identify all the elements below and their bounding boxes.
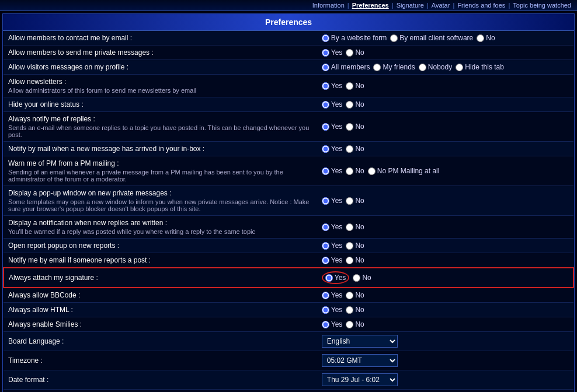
nav-avatar[interactable]: Avatar [432,2,450,9]
timezone-select[interactable]: 05:02 GMT 00:00 GMT 01:00 GMT 02:00 GMT [322,354,398,367]
radio-input[interactable] [322,306,329,314]
radio-input[interactable] [346,167,353,175]
radio-option[interactable]: Yes [322,82,343,90]
radio-option[interactable]: Yes [322,256,343,264]
radio-option[interactable]: No [346,100,364,108]
radio-option[interactable]: By a website form [322,34,387,42]
radio-input[interactable] [346,292,353,299]
label-cell: Board Language : [4,332,317,351]
radio-option[interactable]: No [346,48,364,57]
radio-option[interactable]: No [346,197,364,205]
radio-input[interactable] [322,223,329,231]
label-cell: Always attach my signature : [4,268,317,288]
radio-option[interactable]: Yes [322,100,343,108]
radio-option[interactable]: Yes [322,242,343,250]
radio-input[interactable] [322,242,329,250]
radio-option[interactable]: No [346,291,364,299]
row-label: Timezone : [8,356,43,365]
radio-input[interactable] [346,242,353,250]
radio-option[interactable]: No [346,242,364,250]
radio-option[interactable]: No [346,306,364,314]
radio-input[interactable] [322,257,329,264]
radio-input[interactable] [346,197,353,205]
radio-input[interactable] [346,82,353,90]
label-cell: Always allow HTML : [4,303,317,317]
date-format-select[interactable]: Thu 29 Jul - 6:02 29/07/2021 2021-07-29 [322,373,398,386]
radio-option[interactable]: By email client software [390,34,473,42]
radio-input[interactable] [390,34,398,42]
control-cell: Yes No [317,390,573,393]
radio-input-yes-signature[interactable] [325,274,333,282]
radio-option[interactable]: No [477,34,495,42]
radio-option[interactable]: No [346,82,364,90]
radio-option[interactable]: Yes [322,48,343,57]
board-language-select[interactable]: English French German Spanish [322,335,398,348]
radio-option[interactable]: Yes [322,291,343,299]
radio-input[interactable] [322,64,329,71]
radio-option[interactable]: Nobody [419,63,452,71]
nav-friends[interactable]: Friends and foes [457,2,505,9]
control-cell: By a website form By email client softwa… [317,31,573,46]
radio-input[interactable] [346,123,353,131]
radio-label: No [355,48,364,57]
radio-option[interactable]: My friends [373,63,415,71]
radio-option[interactable]: Yes [322,320,343,328]
radio-label: No [355,167,364,175]
radio-label: No [355,82,364,90]
radio-input[interactable] [346,223,353,231]
nav-signature[interactable]: Signature [397,2,424,9]
radio-option[interactable]: Yes [322,167,343,175]
row-sublabel: You'll be warned if a reply was posted w… [8,228,312,235]
radio-group: Yes No [322,320,569,328]
radio-input[interactable] [346,321,353,328]
radio-input[interactable] [322,321,329,328]
radio-option[interactable]: No PM Mailing at all [368,167,440,175]
radio-input[interactable] [322,49,329,57]
radio-option[interactable]: Yes [322,271,350,284]
radio-input[interactable] [346,257,353,264]
radio-option[interactable]: No [346,167,364,175]
label-cell: Warn me of PM from a PM mailing : Sendin… [4,156,317,186]
radio-option[interactable]: No [353,274,371,282]
radio-input[interactable] [373,64,381,71]
radio-option[interactable]: Yes [322,145,343,153]
radio-option[interactable]: No [346,256,364,264]
radio-input[interactable] [322,292,329,299]
radio-input[interactable] [346,306,353,314]
radio-option[interactable]: No [346,123,364,131]
radio-input[interactable] [477,34,484,42]
label-cell: Hide your online status : [4,97,317,112]
table-row: Allow newsletters : Allow administrators… [4,75,573,97]
radio-input[interactable] [346,101,353,108]
radio-input[interactable] [419,64,426,71]
radio-input[interactable] [322,82,329,90]
radio-input[interactable] [322,34,329,42]
radio-option[interactable]: Yes [322,123,343,131]
nav-preferences[interactable]: Preferences [352,2,389,9]
radio-label: Yes [331,167,343,175]
radio-input[interactable] [368,167,376,175]
radio-input[interactable] [346,145,353,153]
radio-option[interactable]: Yes [322,197,343,205]
radio-input[interactable] [322,145,329,153]
table-row: Automatic time correction : Yes No [4,390,573,393]
radio-input[interactable] [353,274,360,282]
radio-input[interactable] [346,49,353,57]
radio-label: No [355,256,364,264]
sep4: | [453,2,454,9]
radio-option[interactable]: Hide this tab [456,63,504,71]
radio-option[interactable]: No [346,320,364,328]
radio-input[interactable] [322,197,329,205]
radio-input[interactable] [322,167,329,175]
nav-information[interactable]: Information [312,2,345,9]
radio-group: Yes No [322,271,568,284]
radio-option[interactable]: All members [322,63,370,71]
radio-option[interactable]: No [346,145,364,153]
radio-option[interactable]: Yes [322,223,343,231]
radio-input[interactable] [322,101,329,108]
radio-input[interactable] [322,123,329,131]
radio-input[interactable] [456,64,463,71]
radio-option[interactable]: No [346,223,364,231]
radio-option[interactable]: Yes [322,306,343,314]
nav-topics[interactable]: Topic being watched [513,2,571,9]
